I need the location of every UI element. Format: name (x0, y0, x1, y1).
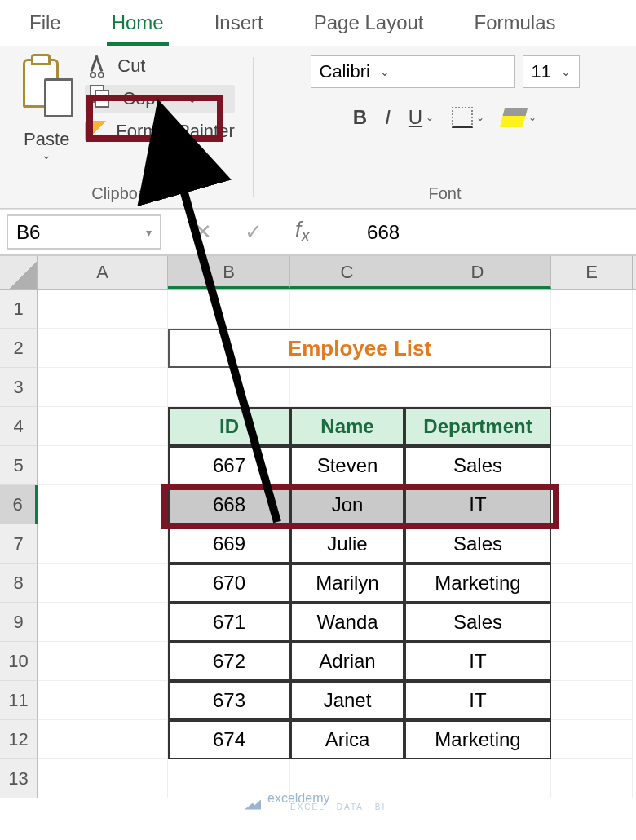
name-box[interactable]: B6 ▾ (7, 214, 161, 250)
ribbon-tabs: File Home Insert Page Layout Formulas (0, 0, 636, 46)
tab-home[interactable]: Home (107, 7, 169, 46)
cell[interactable]: 672 (168, 642, 290, 681)
cell[interactable]: Julie (290, 524, 404, 564)
row-header[interactable]: 13 (0, 759, 38, 798)
worksheet-grid[interactable]: 1 2Employee List 3 4 ID Name Department … (0, 290, 636, 798)
brush-icon (85, 121, 108, 142)
cut-button[interactable]: Cut (85, 55, 235, 77)
tab-file[interactable]: File (24, 7, 66, 46)
scissors-icon (85, 55, 109, 77)
row-header[interactable]: 12 (0, 720, 38, 759)
paste-icon (18, 55, 75, 127)
cell[interactable]: IT (404, 681, 551, 720)
format-painter-label: Format Painter (116, 121, 235, 142)
row-header[interactable]: 10 (0, 642, 38, 681)
chevron-down-icon: ▾ (146, 226, 152, 239)
ribbon: Paste ⌄ Cut Copy ⌄ Format Painter C (0, 46, 636, 209)
col-header-b[interactable]: B (168, 256, 290, 289)
group-clipboard: Paste ⌄ Cut Copy ⌄ Format Painter C (0, 46, 253, 208)
row-header[interactable]: 3 (0, 368, 38, 407)
paste-label: Paste (24, 129, 69, 150)
header-dept[interactable]: Department (404, 407, 551, 446)
cell[interactable]: Steven (290, 446, 404, 485)
cell[interactable]: 670 (168, 564, 290, 603)
cell[interactable]: 669 (168, 524, 290, 564)
cell[interactable]: Marilyn (290, 564, 404, 603)
cell[interactable]: IT (404, 485, 551, 524)
tab-insert[interactable]: Insert (210, 7, 268, 46)
row-header[interactable]: 11 (0, 681, 38, 720)
chevron-down-icon: ⌄ (380, 65, 390, 78)
font-name-combo[interactable]: Calibri ⌄ (311, 55, 515, 88)
cell[interactable]: Arica (290, 720, 404, 759)
enter-icon[interactable]: ✓ (245, 219, 263, 245)
cancel-icon[interactable]: ✕ (194, 219, 212, 245)
header-name[interactable]: Name (290, 407, 404, 446)
font-size-combo[interactable]: 11 ⌄ (523, 55, 580, 88)
cell[interactable]: 673 (168, 681, 290, 720)
cell[interactable]: Sales (404, 524, 551, 564)
fill-bucket-icon (500, 108, 528, 127)
row-header[interactable]: 6 (0, 485, 38, 524)
tab-formulas[interactable]: Formulas (470, 7, 561, 46)
row-header[interactable]: 7 (0, 524, 38, 564)
row-header[interactable]: 2 (0, 329, 38, 368)
cell[interactable]: IT (404, 642, 551, 681)
header-id[interactable]: ID (168, 407, 290, 446)
row-header[interactable]: 9 (0, 603, 38, 642)
watermark-icon (245, 794, 261, 810)
copy-button[interactable]: Copy ⌄ (85, 85, 235, 113)
cell[interactable]: Wanda (290, 603, 404, 642)
tab-page-layout[interactable]: Page Layout (309, 7, 429, 46)
cell[interactable]: Jon (290, 485, 404, 524)
fill-color-button[interactable]: ⌄ (502, 108, 537, 127)
border-button[interactable]: ⌄ (452, 107, 484, 128)
cell[interactable]: Marketing (404, 720, 551, 759)
border-icon (452, 107, 473, 128)
cell[interactable]: 667 (168, 446, 290, 485)
watermark: exceldemy EXCEL · DATA · BI (245, 791, 386, 811)
copy-icon (90, 88, 114, 109)
formula-bar: B6 ▾ ✕ ✓ fx 668 (0, 209, 636, 256)
select-all-corner[interactable] (0, 256, 38, 289)
watermark-tag: EXCEL · DATA · BI (290, 802, 386, 811)
cut-label: Cut (117, 55, 145, 77)
copy-label: Copy (122, 88, 164, 109)
col-header-c[interactable]: C (290, 256, 404, 289)
row-header[interactable]: 1 (0, 290, 38, 329)
chevron-down-icon[interactable]: ⌄ (188, 92, 197, 105)
title-cell[interactable]: Employee List (168, 329, 551, 368)
chevron-down-icon: ⌄ (561, 65, 571, 78)
col-header-e[interactable]: E (551, 256, 633, 289)
underline-button[interactable]: U⌄ (409, 106, 434, 129)
row-header[interactable]: 4 (0, 407, 38, 446)
cell[interactable]: Adrian (290, 642, 404, 681)
bold-button[interactable]: B (353, 106, 367, 129)
italic-button[interactable]: I (385, 106, 391, 129)
group-font: Calibri ⌄ 11 ⌄ B I U⌄ ⌄ ⌄ Font (254, 46, 636, 208)
cell[interactable]: 671 (168, 603, 290, 642)
cell[interactable]: Marketing (404, 564, 551, 603)
row-header[interactable]: 8 (0, 564, 38, 603)
column-headers: A B C D E (0, 256, 636, 290)
paste-button[interactable]: Paste ⌄ (18, 55, 75, 161)
fx-icon[interactable]: fx (295, 217, 310, 246)
font-size-value: 11 (532, 61, 551, 82)
cell[interactable]: Sales (404, 446, 551, 485)
cell[interactable]: Sales (404, 603, 551, 642)
cell[interactable]: 674 (168, 720, 290, 759)
name-box-value: B6 (16, 221, 40, 244)
cell[interactable]: Janet (290, 681, 404, 720)
col-header-d[interactable]: D (404, 256, 551, 289)
font-name-value: Calibri (320, 61, 370, 82)
group-label-font: Font (428, 181, 461, 203)
col-header-a[interactable]: A (38, 256, 168, 289)
format-painter-button[interactable]: Format Painter (85, 121, 235, 142)
chevron-down-icon[interactable]: ⌄ (42, 148, 51, 161)
row-header[interactable]: 5 (0, 446, 38, 485)
group-label-clipboard: Clipboard (91, 181, 161, 203)
formula-input[interactable]: 668 (342, 210, 400, 254)
cell-active[interactable]: 668 (168, 485, 290, 524)
